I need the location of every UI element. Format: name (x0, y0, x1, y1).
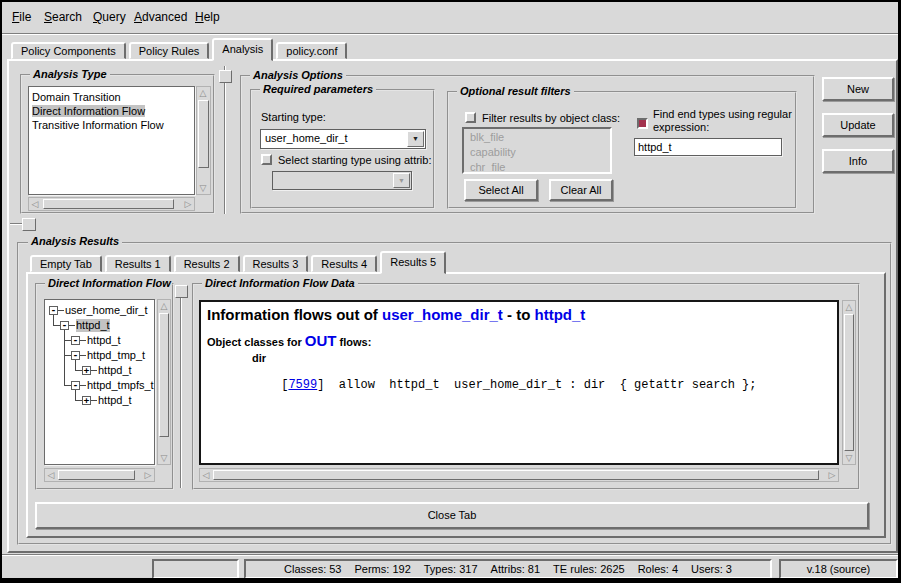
tab-empty[interactable]: Empty Tab (30, 255, 102, 272)
results-tab-bar: Empty Tab Results 1 Results 2 Results 3 … (30, 251, 449, 272)
regex-checkbox[interactable] (637, 118, 648, 129)
tree-node[interactable]: - httpd_t (45, 333, 154, 348)
tree-node-label[interactable]: httpd_tmpfs_t (87, 379, 154, 392)
required-parameters-title: Required parameters (260, 83, 376, 96)
tab-results-4[interactable]: Results 4 (311, 255, 377, 272)
tree-collapse-icon[interactable]: - (49, 306, 58, 315)
tab-results-3[interactable]: Results 3 (243, 255, 309, 272)
status-empty-box (152, 559, 239, 579)
tab-results-2[interactable]: Results 2 (174, 255, 240, 272)
chevron-down-icon[interactable]: ▼ (407, 131, 424, 147)
tree-node[interactable]: - httpd_t (45, 318, 154, 333)
status-stats: Classes: 53 Perms: 192 Types: 317 Attrib… (244, 559, 772, 579)
menu-search[interactable]: Search (44, 10, 82, 24)
tree-expand-icon[interactable]: + (82, 366, 91, 375)
analysis-options-title: Analysis Options (250, 69, 346, 82)
flow-source-type: user_home_dir_t (382, 306, 503, 323)
tree-expand-icon[interactable]: + (82, 396, 91, 405)
object-class-listbox: blk_file capability chr_file (462, 127, 612, 174)
attrib-combobox: ▼ (272, 171, 412, 190)
status-separator (2, 554, 898, 556)
analysis-type-hscrollbar[interactable]: ◁ ▷ (28, 197, 195, 211)
close-tab-button[interactable]: Close Tab (35, 502, 869, 529)
list-item-disabled: blk_file (467, 130, 607, 145)
tree-node[interactable]: + httpd_t (45, 363, 154, 378)
list-item-disabled: chr_file (467, 160, 607, 174)
status-roles: Roles: 4 (638, 563, 678, 575)
list-item[interactable]: Domain Transition (29, 90, 194, 104)
list-item[interactable]: Transitive Information Flow (29, 118, 194, 132)
tree-node[interactable]: - httpd_tmp_t (45, 348, 154, 363)
status-attribs: Attribs: 81 (491, 563, 541, 575)
status-types: Types: 317 (424, 563, 478, 575)
tab-analysis[interactable]: Analysis (212, 38, 273, 61)
pane-sash-line (180, 285, 182, 488)
filter-class-label: Filter results by object class: (482, 112, 620, 124)
menu-query[interactable]: Query (93, 10, 126, 24)
menu-help[interactable]: Help (195, 10, 220, 24)
menu-separator (2, 33, 898, 35)
tree-node[interactable]: + httpd_t (45, 393, 154, 408)
tab-policy-rules[interactable]: Policy Rules (129, 42, 210, 59)
flow-data-title: Direct Information Flow Data (202, 277, 358, 290)
analysis-type-listbox[interactable]: Domain Transition Direct Information Flo… (28, 86, 195, 195)
pane-sash-line (224, 66, 226, 214)
tree-hscrollbar[interactable]: ◁ ▷ (44, 468, 155, 482)
list-item-disabled: capability (467, 145, 607, 160)
rule-id-link[interactable]: 7599 (288, 378, 317, 392)
tree-collapse-icon[interactable]: - (71, 336, 80, 345)
attrib-checkbox[interactable] (261, 154, 272, 165)
tree-node-label[interactable]: httpd_t (98, 394, 132, 407)
new-button[interactable]: New (822, 77, 894, 101)
starting-type-combobox[interactable]: user_home_dir_t ▼ (260, 129, 426, 149)
status-users: Users: 3 (691, 563, 732, 575)
tree-node-label[interactable]: httpd_tmp_t (87, 349, 145, 362)
tree-node-label-selected[interactable]: httpd_t (76, 319, 110, 332)
pane-sash-handle[interactable] (22, 218, 36, 231)
status-classes: Classes: 53 (284, 563, 341, 575)
tab-policy-components[interactable]: Policy Components (11, 42, 126, 59)
tree-node-label[interactable]: user_home_dir_t (65, 304, 148, 317)
tree-node[interactable]: - user_home_dir_t (45, 303, 154, 318)
starting-type-value: user_home_dir_t (265, 132, 405, 144)
clear-all-button[interactable]: Clear All (549, 179, 613, 201)
flow-tree[interactable]: - user_home_dir_t - httpd_t - httpd_t - … (44, 299, 155, 465)
select-all-button[interactable]: Select All (464, 179, 538, 201)
tree-node-label[interactable]: httpd_t (87, 334, 121, 347)
required-parameters-frame (250, 89, 435, 209)
flow-subheading: Object classes for OUT flows: (207, 332, 371, 349)
tree-node[interactable]: - httpd_tmpfs_t (45, 378, 154, 393)
flow-tree-title: Direct Information Flow Tree (45, 277, 172, 290)
status-perms: Perms: 192 (355, 563, 411, 575)
chevron-down-icon: ▼ (393, 173, 410, 188)
data-vscrollbar[interactable]: △ ▽ (842, 300, 856, 465)
tree-collapse-icon[interactable]: - (71, 351, 80, 360)
update-button[interactable]: Update (822, 113, 894, 137)
regex-input[interactable] (634, 138, 782, 156)
analysis-results-title: Analysis Results (28, 235, 122, 248)
starting-type-label: Starting type: (261, 111, 326, 123)
menu-file[interactable]: File (12, 10, 31, 24)
tab-results-5[interactable]: Results 5 (380, 251, 446, 274)
flow-data-text[interactable]: Information flows out of user_home_dir_t… (199, 300, 839, 465)
menu-advanced[interactable]: Advanced (134, 10, 187, 24)
main-tab-bar: Policy Components Policy Rules Analysis … (11, 38, 350, 59)
pane-sash-handle[interactable] (219, 70, 232, 83)
tree-collapse-icon[interactable]: - (60, 321, 69, 330)
data-hscrollbar[interactable]: ◁ ▷ (199, 468, 839, 482)
list-item-selected[interactable]: Direct Information Flow (29, 104, 194, 118)
analysis-type-title: Analysis Type (30, 68, 110, 81)
attrib-checkbox-label: Select starting type using attrib: (278, 154, 431, 166)
info-button[interactable]: Info (822, 149, 894, 173)
tab-policy-conf[interactable]: policy.conf (276, 42, 347, 59)
tree-collapse-icon[interactable]: - (71, 381, 80, 390)
tab-results-1[interactable]: Results 1 (105, 255, 171, 272)
filter-class-checkbox[interactable] (465, 112, 476, 123)
tree-vscrollbar[interactable]: △ ▽ (157, 299, 171, 465)
rule-line: [7599] allow httpd_t user_home_dir_t : d… (238, 364, 757, 406)
tree-node-label[interactable]: httpd_t (98, 364, 132, 377)
regex-checkbox-label: Find end types using regular expression: (653, 108, 801, 134)
analysis-type-vscrollbar[interactable]: △ ▽ (196, 86, 211, 195)
status-version: v.18 (source) (779, 559, 898, 579)
pane-sash-handle[interactable] (175, 285, 188, 298)
